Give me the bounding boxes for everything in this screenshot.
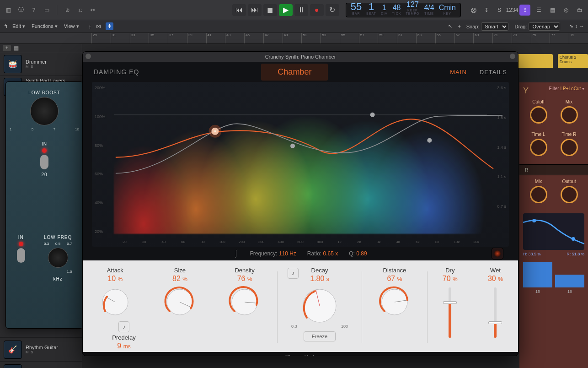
hzoom-icon[interactable]: ↔: [579, 23, 584, 29]
rewind-button[interactable]: ⏮: [232, 4, 246, 16]
wet-value[interactable]: 30 %: [473, 275, 518, 283]
predelay-sync-toggle[interactable]: ♪: [118, 321, 129, 332]
amp-toggle-2[interactable]: [17, 248, 25, 263]
help-icon[interactable]: ?: [28, 5, 39, 16]
density-value[interactable]: 76 %: [212, 275, 277, 283]
catch-playhead-icon[interactable]: ↟: [106, 22, 113, 30]
forward-button[interactable]: ⏭: [248, 4, 262, 16]
replace-icon[interactable]: ⨂: [468, 5, 479, 16]
track-header[interactable]: 🔔 CowbellM S: [0, 362, 82, 368]
size-value[interactable]: 82 %: [148, 275, 213, 283]
attack-value[interactable]: 10 %: [83, 275, 148, 283]
marquee-tool-icon[interactable]: ＋: [457, 23, 462, 30]
wet-slider[interactable]: [494, 287, 497, 338]
view-menu[interactable]: View ▾: [64, 23, 79, 29]
dry-slider[interactable]: [449, 287, 451, 338]
tab-details[interactable]: DETAILS: [480, 69, 507, 76]
dry-value[interactable]: 70 %: [428, 275, 473, 283]
toggle-automation-icon[interactable]: ⟊: [88, 24, 91, 29]
ruler-tick[interactable]: 41: [206, 33, 225, 43]
amp-toggle-1[interactable]: [40, 155, 48, 169]
autopunch-icon[interactable]: ↧: [481, 5, 492, 16]
attack-knob[interactable]: [101, 287, 130, 317]
ruler-tick[interactable]: 39: [187, 33, 206, 43]
ruler-tick[interactable]: 75: [531, 33, 550, 43]
list-editors-icon[interactable]: ☰: [533, 5, 544, 16]
eq-ratio-value[interactable]: 0.65 x: [323, 250, 338, 257]
ruler-tick[interactable]: 73: [512, 33, 531, 43]
ruler-tick[interactable]: 65: [435, 33, 454, 43]
tuner-icon[interactable]: ⟟: [519, 5, 530, 16]
ruler-tick[interactable]: 57: [359, 33, 378, 43]
delay-mix2-knob[interactable]: [530, 186, 547, 203]
record-button[interactable]: ●: [310, 4, 324, 16]
delay-output-knob[interactable]: [561, 186, 578, 203]
lcd-display[interactable]: 55BAR 1BEAT 1DIV 48TICK 127KEEPTEMPO 4/4…: [346, 3, 461, 17]
smart-controls-icon[interactable]: ⎚: [62, 5, 73, 16]
pause-button[interactable]: ⏸: [294, 4, 308, 16]
delay-mix-knob[interactable]: [561, 106, 578, 124]
inspector-icon[interactable]: ⓘ: [16, 5, 27, 16]
snap-mode-select[interactable]: Smart: [481, 22, 508, 31]
visualizer-toggle[interactable]: [492, 248, 503, 260]
functions-menu[interactable]: Functions ▾: [32, 23, 58, 29]
ruler-tick[interactable]: 35: [149, 33, 168, 43]
decay-sync-toggle[interactable]: ♪: [288, 268, 299, 279]
density-knob[interactable]: [230, 287, 259, 317]
plugin-resize-button[interactable]: [510, 54, 515, 59]
decay-knob[interactable]: [301, 287, 338, 324]
notepad-icon[interactable]: ▤: [547, 5, 558, 16]
delay-timer-knob[interactable]: [561, 139, 578, 156]
delay-cutoff-knob[interactable]: [530, 106, 547, 124]
track-ms[interactable]: M S: [26, 350, 58, 354]
play-button[interactable]: ▶: [279, 4, 293, 16]
toolbar-icon[interactable]: ▭: [41, 5, 52, 16]
ruler-tick[interactable]: 55: [340, 33, 359, 43]
cycle-button[interactable]: ↻: [326, 4, 339, 16]
distance-knob[interactable]: [380, 287, 409, 317]
timeline-ruler[interactable]: 2931333537394143454749515355575961636567…: [0, 33, 588, 44]
plugin-close-button[interactable]: [86, 54, 91, 59]
track-ms[interactable]: M S: [26, 65, 47, 69]
ruler-tick[interactable]: 45: [244, 33, 263, 43]
track-header[interactable]: 🥁 DrummerM S: [0, 52, 82, 76]
add-track-button[interactable]: +: [3, 45, 11, 51]
lowfreq-knob[interactable]: [48, 248, 68, 268]
ruler-tick[interactable]: 47: [263, 33, 283, 43]
editors-icon[interactable]: ✂: [87, 5, 98, 16]
track-header[interactable]: 🎸 Rhythm GuitarM S: [0, 338, 82, 362]
ruler-tick[interactable]: 79: [569, 33, 588, 43]
back-icon[interactable]: ↰: [4, 23, 8, 29]
stop-button[interactable]: ◼: [263, 4, 277, 16]
ruler-tick[interactable]: 33: [130, 33, 149, 43]
ruler-tick[interactable]: 61: [397, 33, 416, 43]
ruler-tick[interactable]: 37: [168, 33, 187, 43]
library-icon[interactable]: ▥: [3, 5, 14, 16]
ruler-tick[interactable]: 69: [473, 33, 492, 43]
predelay-value[interactable]: 9 ms: [96, 342, 151, 350]
vzoom-icon[interactable]: ↕: [575, 23, 578, 29]
edit-menu[interactable]: Edit ▾: [12, 23, 25, 29]
drag-mode-select[interactable]: Overlap: [529, 22, 560, 31]
ruler-tick[interactable]: 49: [283, 33, 302, 43]
ruler-tick[interactable]: 31: [111, 33, 130, 43]
global-tracks-icon[interactable]: ▦: [14, 45, 19, 51]
damping-eq-display[interactable]: 200%100%80%60%40%20% 3.6 s1.8 s1.4 s1.1 …: [92, 82, 509, 247]
toggle-flex-icon[interactable]: ⋈: [96, 23, 101, 29]
freeze-button[interactable]: Freeze: [304, 331, 336, 341]
delay-scope[interactable]: [523, 213, 584, 250]
plugin-titlebar[interactable]: Crunchy Synth: Piano Chamber: [83, 52, 518, 62]
waveform-zoom-icon[interactable]: ∿: [569, 23, 573, 29]
preset-selector[interactable]: Chamber: [261, 64, 328, 81]
browser-icon[interactable]: 🗀: [574, 5, 585, 16]
ruler-tick[interactable]: 67: [454, 33, 474, 43]
ruler-tick[interactable]: 43: [225, 33, 244, 43]
shelf-icon[interactable]: ⎰: [234, 249, 239, 259]
tab-main[interactable]: MAIN: [450, 69, 467, 76]
ruler-tick[interactable]: 53: [321, 33, 340, 43]
ruler-tick[interactable]: 29: [91, 33, 111, 43]
ruler-tick[interactable]: 59: [378, 33, 397, 43]
loops-icon[interactable]: ◎: [561, 5, 572, 16]
ruler-tick[interactable]: 51: [301, 33, 321, 43]
ruler-tick[interactable]: 71: [492, 33, 512, 43]
